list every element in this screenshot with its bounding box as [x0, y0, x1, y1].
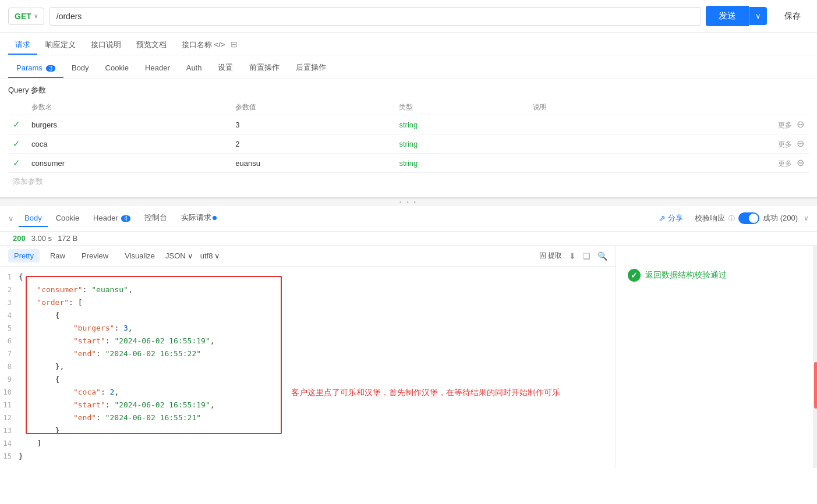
send-button[interactable]: 发送: [706, 6, 749, 26]
tab-pre-op[interactable]: 前置操作: [241, 58, 288, 79]
url-input[interactable]: [49, 7, 701, 26]
validate-toggle[interactable]: [738, 212, 759, 224]
annotation-text: 客户这里点了可乐和汉堡，首先制作汉堡，在等待结果的同时开始制作可乐: [291, 388, 560, 398]
tab-request[interactable]: 请求: [8, 36, 37, 55]
response-time: 3.00 s: [31, 234, 52, 243]
fmt-tab-pretty[interactable]: Pretty: [8, 249, 40, 262]
share-label: 分享: [668, 213, 683, 223]
save-button[interactable]: 保存: [776, 6, 809, 26]
json-viewer: Pretty Raw Preview Visualize JSON ∨ utf8…: [0, 246, 616, 468]
panel-divider[interactable]: • • •: [0, 198, 817, 205]
extract-button[interactable]: 固 提取: [539, 251, 562, 261]
json-code-area: 1 { 2 "consumer": "euansu", 3 "order": […: [0, 267, 616, 468]
response-top-bar: ∨ Body Cookie Header 4 控制台 实际请求 ⇗ 分享 校验响…: [0, 205, 817, 232]
tab-cookie[interactable]: Cookie: [97, 59, 137, 78]
params-tabs: Params 3 Body Cookie Header Auth 设置 前置操作…: [0, 55, 817, 79]
row3-value: euansu: [235, 159, 260, 168]
request-panel: Query 参数 参数名 参数值 类型 说明 ✓ burgers 3 strin…: [0, 79, 817, 198]
row1-name: burgers: [31, 120, 57, 129]
resp-tab-cookie[interactable]: Cookie: [50, 210, 85, 227]
resp-tab-actual-request[interactable]: 实际请求: [175, 209, 222, 228]
share-icon: ⇗: [659, 214, 666, 223]
tab-api-name[interactable]: 接口名称 </> ⊟: [175, 36, 245, 55]
row2-minus-icon[interactable]: ⊖: [797, 139, 804, 148]
scroll-track[interactable]: [814, 246, 817, 468]
method-chevron-icon: ∨: [34, 13, 38, 19]
code-line: 4 {: [0, 310, 616, 322]
copy-icon[interactable]: ❑: [583, 251, 590, 261]
table-row: ✓ coca 2 string 更多 ⊖: [8, 134, 809, 154]
tab-api-desc[interactable]: 接口说明: [84, 36, 128, 55]
row3-check-icon[interactable]: ✓: [13, 158, 20, 168]
format-type-select[interactable]: JSON ∨: [165, 251, 193, 260]
tab-body[interactable]: Body: [63, 59, 97, 78]
format-actions: 固 提取 ⬇ ❑ 🔍: [539, 251, 607, 261]
resp-tab-body[interactable]: Body: [19, 210, 48, 227]
row3-name: consumer: [31, 159, 65, 168]
add-param-button[interactable]: 添加参数: [8, 173, 809, 190]
validate-chevron-icon[interactable]: ∨: [804, 214, 809, 222]
th-actions: [639, 100, 809, 115]
encoding-chevron-icon: ∨: [214, 251, 220, 260]
fmt-tab-visualize[interactable]: Visualize: [119, 249, 161, 262]
collapse-icon[interactable]: ∨: [8, 214, 14, 223]
params-table: 参数名 参数值 类型 说明 ✓ burgers 3 string 更多 ⊖: [8, 100, 809, 173]
row3-type: string: [399, 159, 418, 168]
row1-check-icon[interactable]: ✓: [13, 119, 20, 129]
row2-more[interactable]: 更多: [778, 140, 792, 148]
validation-panel: ✓ 返回数据结构校验通过: [616, 246, 814, 468]
fmt-tab-preview[interactable]: Preview: [76, 249, 114, 262]
validate-help-icon[interactable]: ⓘ: [728, 214, 735, 223]
row2-type: string: [399, 140, 418, 148]
validate-toggle-knob: [749, 214, 758, 223]
row1-value: 3: [235, 120, 239, 129]
resp-tab-header[interactable]: Header 4: [87, 210, 136, 227]
status-code: 200: [13, 234, 26, 243]
code-line: 3 "order": [: [0, 297, 616, 310]
split-icon[interactable]: ⊟: [231, 40, 238, 49]
tab-params[interactable]: Params 3: [8, 59, 63, 78]
th-checkbox: [8, 100, 27, 115]
send-btn-group: 发送 ∨: [706, 6, 767, 26]
validate-label: 校验响应: [695, 213, 725, 223]
validate-group: 校验响应 ⓘ 成功 (200) ∨: [695, 212, 809, 224]
th-param-type: 类型: [394, 100, 528, 115]
tab-preview-doc[interactable]: 预览文档: [129, 36, 174, 55]
validation-pass-text: 返回数据结构校验通过: [645, 270, 727, 281]
resp-tab-console[interactable]: 控制台: [139, 209, 173, 228]
divider-dots-icon: • • •: [399, 199, 418, 205]
row2-check-icon[interactable]: ✓: [13, 139, 20, 148]
code-line: 11 "start": "2024-06-02 16:55:19",: [0, 399, 616, 412]
row3-more[interactable]: 更多: [778, 159, 792, 168]
url-bar: GET ∨ 发送 ∨ 保存: [0, 0, 817, 33]
scroll-thumb[interactable]: [814, 362, 817, 409]
th-param-value: 参数值: [231, 100, 394, 115]
th-param-desc: 说明: [528, 100, 640, 115]
tab-settings[interactable]: 设置: [210, 58, 241, 79]
row3-minus-icon[interactable]: ⊖: [797, 158, 804, 168]
tab-auth[interactable]: Auth: [178, 59, 210, 78]
send-dropdown-button[interactable]: ∨: [749, 7, 767, 25]
tab-response-def[interactable]: 响应定义: [38, 36, 83, 55]
validate-status: 成功 (200): [763, 213, 798, 223]
share-button[interactable]: ⇗ 分享: [659, 213, 683, 223]
query-section: Query 参数 参数名 参数值 类型 说明 ✓ burgers 3 strin…: [0, 79, 817, 193]
top-tabs: 请求 响应定义 接口说明 预览文档 接口名称 </> ⊟: [0, 33, 817, 55]
fmt-tab-raw[interactable]: Raw: [44, 249, 71, 262]
code-line: 8 },: [0, 361, 616, 374]
row1-minus-icon[interactable]: ⊖: [797, 119, 804, 129]
tab-header[interactable]: Header: [137, 59, 178, 78]
method-select[interactable]: GET ∨: [8, 8, 44, 25]
code-line: 5 "burgers": 3,: [0, 322, 616, 335]
row1-more[interactable]: 更多: [778, 121, 792, 129]
code-line: 12 "end": "2024-06-02 16:55:21": [0, 412, 616, 425]
row2-value: 2: [235, 140, 239, 148]
search-icon[interactable]: 🔍: [597, 251, 607, 261]
table-row: ✓ burgers 3 string 更多 ⊖: [8, 115, 809, 134]
code-line: 14 ]: [0, 438, 616, 450]
response-size: 172 B: [58, 234, 77, 243]
response-panel: ∨ Body Cookie Header 4 控制台 实际请求 ⇗ 分享 校验响…: [0, 205, 817, 468]
download-icon[interactable]: ⬇: [569, 251, 576, 261]
encoding-select[interactable]: utf8 ∨: [200, 251, 221, 260]
tab-post-op[interactable]: 后置操作: [288, 58, 334, 79]
